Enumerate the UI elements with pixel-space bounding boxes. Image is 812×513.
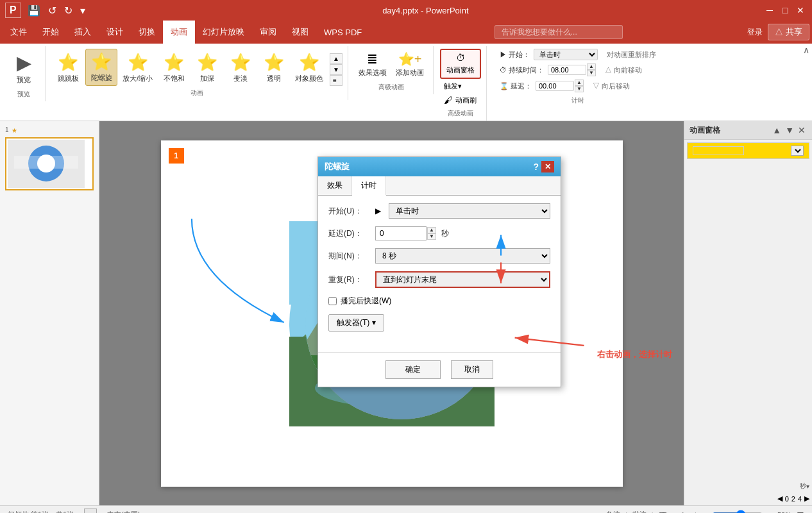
delay-field-spinner: ▲ ▼ [375,226,436,240]
status-left: 幻灯片 第1张，共1张 中文(中国) [8,509,140,514]
maximize-button[interactable]: □ [779,4,791,17]
accessibility-icon[interactable] [84,509,97,514]
menu-file[interactable]: 文件 [3,21,35,44]
animation-window-button[interactable]: ⏱ 动画窗格 [440,49,481,79]
menu-wps-pdf[interactable]: WPS PDF [316,21,369,44]
ribbon-group-timing: ▶ 开始： 单击时 与上一动画同时 上一动画之后 对动画重新排序 ⏱ 持续时间：… [488,46,668,108]
dialog-row-period: 期间(N)： 8 秒 [328,248,550,264]
minimize-button[interactable]: ─ [763,4,776,17]
comments-button[interactable]: 批注 [632,510,647,513]
duration-down[interactable]: ▼ [587,70,596,76]
menu-transitions[interactable]: 切换 [131,21,163,44]
start-field-select[interactable]: 单击时 [389,203,550,219]
menu-design[interactable]: 设计 [99,21,131,44]
anim-list-item-1[interactable]: ▼ [687,142,809,159]
ribbon: ▶ 预览 预览 ⭐ 跳跳板 ⭐ 陀螺旋 ⭐ 放大 [0,44,812,121]
effect-options-button[interactable]: ≣ 效果选项 [355,49,391,80]
dialog-help-button[interactable]: ? [533,162,539,172]
fit-button[interactable]: ⊡ [797,510,804,514]
zoom-plus-button[interactable]: + [768,511,772,514]
dialog-tab-timing[interactable]: 计时 [352,176,386,196]
ribbon-group-animations: ⭐ 跳跳板 ⭐ 陀螺旋 ⭐ 放大/缩小 ⭐ 不饱和 [47,46,348,100]
duration-up[interactable]: ▲ [587,63,596,70]
anim-gyro-button[interactable]: ⭐ 陀螺旋 [85,49,117,86]
trigger-field-button[interactable]: 触发器(T) ▾ [328,314,384,332]
delay-field-down[interactable]: ▼ [427,233,436,240]
delay-down[interactable]: ▼ [575,86,584,92]
zoom-minus-button[interactable]: ─ [702,511,707,514]
dialog-ok-button[interactable]: 确定 [385,360,441,379]
delay-input[interactable] [536,81,574,91]
rewind-label: 播完后快退(W) [341,296,391,307]
animation-brush-button[interactable]: 🖌 动画刷 [440,94,481,106]
dialog-tabs: 效果 计时 [318,176,561,196]
menu-home[interactable]: 开始 [35,21,67,44]
view-reading-button[interactable]: ≡ [672,510,677,514]
time-dropdown[interactable]: ▾ [806,483,809,490]
anim-pane-title: 动画窗格 [689,125,720,136]
anim-jumpboard-button[interactable]: ⭐ 跳跳板 [52,50,84,86]
rewind-checkbox[interactable] [328,297,337,305]
preview-button[interactable]: ▶ 预览 [8,49,40,87]
notes-button[interactable]: 备注 [606,510,620,513]
search-area [369,21,747,44]
menu-view[interactable]: 视图 [284,21,316,44]
menu-slideshow[interactable]: 幻灯片放映 [195,21,252,44]
nav-prev-icon[interactable]: ◀ [777,494,782,503]
slide-thumb-1[interactable] [5,137,94,190]
login-button[interactable]: 登录 [747,27,763,38]
anim-more[interactable]: ≡ [330,75,343,86]
delay-up[interactable]: ▲ [575,80,584,86]
anim-window-label: 动画窗格 [446,65,475,75]
timing-group-label: 计时 [571,96,584,105]
period-field-label: 期间(N)： [328,251,370,262]
window-title: day4.pptx - PowerPoint [382,6,468,15]
delay-field-input[interactable] [375,226,427,240]
anim-pane-down-button[interactable]: ▼ [784,124,795,137]
effect-group-label: 高级动画 [378,83,404,92]
search-input[interactable] [495,25,623,39]
svg-rect-2 [14,156,78,169]
anim-fade-button[interactable]: ⭐ 变淡 [224,50,257,86]
undo-icon[interactable]: ↺ [46,3,59,18]
dialog-cancel-button[interactable]: 取消 [451,360,493,379]
view-normal-button[interactable]: ▦ [659,510,667,514]
redo-icon[interactable]: ↻ [62,3,75,18]
period-field-select[interactable]: 8 秒 [375,248,550,264]
customize-quickaccess[interactable]: ▾ [78,3,88,18]
quick-access-toolbar: 💾 ↺ ↻ ▾ [25,3,88,18]
save-icon[interactable]: 💾 [25,3,43,18]
dialog-close-button[interactable]: ✕ [541,161,554,172]
nav-num-4: 4 [798,495,802,503]
trigger-button[interactable]: 触发▾ [440,80,481,92]
repeat-field-select[interactable]: 直到幻灯片末尾 [375,271,550,288]
add-animation-button[interactable]: ⭐+ 添加动画 [392,49,428,80]
anim-darken-button[interactable]: ⭐ 加深 [191,50,223,86]
title-bar-left: P 💾 ↺ ↻ ▾ [5,3,88,18]
delay-field-up[interactable]: ▲ [427,227,436,233]
menu-insert[interactable]: 插入 [67,21,99,44]
dialog-tab-effect[interactable]: 效果 [318,176,352,195]
nav-next-icon[interactable]: ▶ [804,494,809,503]
zoom-slider[interactable] [712,510,763,514]
anim-desaturate-button[interactable]: ⭐ 不饱和 [158,50,190,86]
start-select[interactable]: 单击时 与上一动画同时 上一动画之后 [534,49,598,60]
duration-input[interactable] [548,65,586,75]
menu-review[interactable]: 审阅 [252,21,284,44]
close-button[interactable]: ✕ [794,4,807,17]
anim-scroll-up[interactable]: ▲ [330,53,343,64]
menu-bar: 文件 开始 插入 设计 切换 动画 幻灯片放映 审阅 视图 WPS PDF 登录… [0,21,812,44]
anim-objcolor-button[interactable]: ⭐ 对象颜色 [291,50,327,86]
anim-pane-up-button[interactable]: ▲ [771,124,782,137]
anim-item-dropdown[interactable]: ▼ [791,146,804,156]
dialog-row-start: 开始(U)： ▶ 单击时 [328,203,550,219]
menu-animations[interactable]: 动画 [163,21,195,44]
share-button[interactable]: △ 共享 [768,24,809,40]
anim-transparent-button[interactable]: ⭐ 透明 [258,50,290,86]
ribbon-collapse-button[interactable]: ∧ [803,45,809,55]
anim-pane-close-button[interactable]: ✕ [797,124,807,137]
anim-zoom-button[interactable]: ⭐ 放大/缩小 [119,50,156,86]
view-slide-button[interactable]: ▷ [682,510,689,514]
anim-scroll-down[interactable]: ▼ [330,64,343,75]
anim-item-color-bar [693,146,744,155]
